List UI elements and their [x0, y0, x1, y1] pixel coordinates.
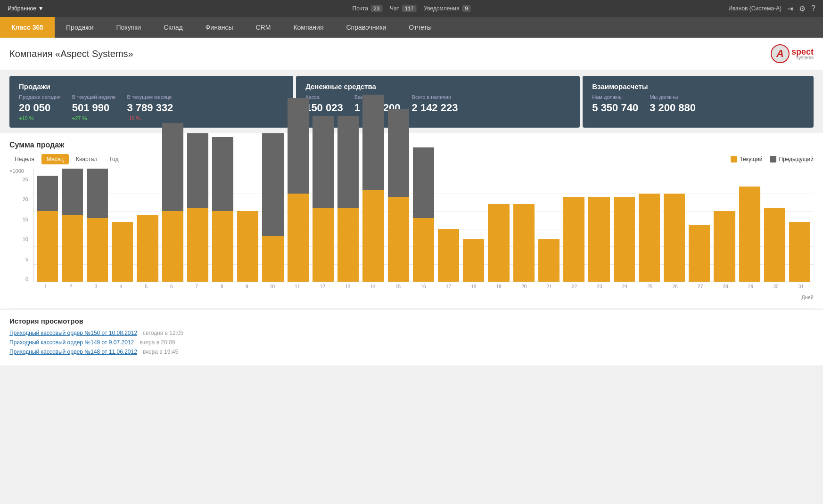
- favorites-menu[interactable]: Избранное ▼: [8, 5, 44, 12]
- login-icon[interactable]: ⇥: [787, 4, 793, 13]
- we-owe: Мы должны 3 200 880: [650, 94, 696, 114]
- notifications-label: Уведомления: [424, 5, 459, 12]
- chart-tab-месяц[interactable]: Месяц: [41, 154, 69, 164]
- bar-group: [136, 174, 159, 282]
- x-label: 31: [789, 284, 814, 289]
- chart-tab-квартал[interactable]: Квартал: [71, 154, 102, 164]
- nav-item-продажи[interactable]: Продажи: [55, 17, 105, 38]
- top-center-items: Почта 23 Чат 117 Уведомления 9: [353, 5, 471, 12]
- chat-item[interactable]: Чат 117: [390, 5, 416, 12]
- kassa-label: Касса: [305, 94, 343, 100]
- history-link[interactable]: Приходный кассовый ордер №149 от 9.07.20…: [9, 339, 134, 346]
- bar-prev: [413, 147, 434, 218]
- bar-group: [437, 174, 461, 282]
- owed-to-us-value: 5 350 740: [592, 102, 638, 114]
- bar-current: [513, 204, 535, 282]
- sales-month-change: -15 %: [127, 115, 173, 121]
- bar-current: [237, 211, 258, 282]
- sales-week-label: В текущей неделе: [72, 94, 116, 100]
- sales-today-change: +10 %: [19, 115, 61, 121]
- x-label: 18: [461, 284, 486, 289]
- x-label: 3: [83, 284, 108, 289]
- bar-current: [563, 197, 584, 282]
- history-time: сегодня в 12:05: [143, 330, 183, 336]
- bar-group: [261, 174, 285, 282]
- bar-prev: [362, 95, 384, 190]
- total-label: Всего в наличии: [412, 94, 458, 100]
- bar-current: [764, 208, 785, 282]
- bar-current: [362, 190, 384, 282]
- owed-to-us-label: Нам должны: [592, 94, 638, 100]
- history-title: История просмотров: [9, 317, 814, 325]
- sales-month: В текущем месяце 3 789 332 -15 %: [127, 94, 173, 121]
- bar-current: [789, 222, 810, 282]
- sales-week-value: 501 990: [72, 102, 116, 114]
- nav-item-справочники[interactable]: Справочники: [335, 17, 397, 38]
- we-owe-label: Мы должны: [650, 94, 696, 100]
- nav-item-класс-365[interactable]: Класс 365: [0, 17, 55, 38]
- history-item: Приходный кассовый ордер №150 от 10.08.2…: [9, 330, 814, 336]
- nav-item-финансы[interactable]: Финансы: [194, 17, 245, 38]
- x-label: 27: [688, 284, 713, 289]
- bar-current: [689, 225, 710, 282]
- nav-item-компания[interactable]: Компания: [282, 17, 335, 38]
- sales-month-label: В текущем месяце: [127, 94, 173, 100]
- bar-group: [311, 174, 335, 282]
- legend-prev: Предыдущий: [770, 156, 814, 163]
- bar-prev: [187, 133, 208, 208]
- bar-group: [35, 174, 59, 282]
- y-label: 0: [9, 276, 28, 282]
- history-link[interactable]: Приходный кассовый ордер №148 от 11.06.2…: [9, 349, 137, 355]
- bar-group: [387, 174, 410, 282]
- bar-prev: [162, 123, 183, 211]
- history-time: вчера в 19:45: [143, 349, 178, 355]
- bar-current: [438, 229, 459, 282]
- x-label: 7: [184, 284, 209, 289]
- x-label: 10: [260, 284, 285, 289]
- x-label: 26: [663, 284, 688, 289]
- bar-current: [588, 197, 609, 282]
- x-label: 30: [763, 284, 788, 289]
- x-label: 19: [486, 284, 511, 289]
- owed-to-us: Нам должны 5 350 740: [592, 94, 638, 114]
- sales-week: В текущей неделе 501 990 +27 %: [72, 94, 116, 121]
- bar-group: [211, 174, 235, 282]
- bar-group: [763, 174, 786, 282]
- bar-current: [538, 239, 560, 282]
- logo-sub: systems: [791, 55, 814, 60]
- sales-cols: Продажи сегодня 20 050 +10 % В текущей н…: [19, 94, 284, 121]
- sales-today: Продажи сегодня 20 050 +10 %: [19, 94, 61, 121]
- x-label: 21: [536, 284, 561, 289]
- bar-prev: [388, 109, 409, 197]
- help-icon[interactable]: ?: [811, 4, 815, 13]
- settings-icon[interactable]: ⚙: [799, 4, 806, 13]
- nav-item-склад[interactable]: Склад: [152, 17, 194, 38]
- stats-row: Продажи Продажи сегодня 20 050 +10 % В т…: [0, 70, 823, 133]
- bar-group: [637, 174, 661, 282]
- bar-current: [87, 218, 108, 282]
- mail-item[interactable]: Почта 23: [353, 5, 383, 12]
- chart-tab-неделя[interactable]: Неделя: [9, 154, 40, 164]
- bar-current: [187, 208, 208, 282]
- bar-current: [388, 197, 409, 282]
- bar-current: [62, 215, 83, 282]
- nav-bar: Класс 365ПродажиПокупкиСкладФинансыCRMКо…: [0, 17, 823, 38]
- bar-group: [412, 174, 435, 282]
- history-item: Приходный кассовый ордер №148 от 11.06.2…: [9, 349, 814, 355]
- chart-tab-год[interactable]: Год: [104, 154, 123, 164]
- notifications-item[interactable]: Уведомления 9: [424, 5, 470, 12]
- nav-item-crm[interactable]: CRM: [245, 17, 282, 38]
- bar-prev: [262, 133, 283, 236]
- history-link[interactable]: Приходный кассовый ордер №150 от 10.08.2…: [9, 330, 137, 336]
- bar-current: [288, 194, 309, 282]
- bar-group: [487, 174, 510, 282]
- nav-item-отчеты[interactable]: Отчеты: [397, 17, 443, 38]
- sales-week-change: +27 %: [72, 115, 116, 121]
- chat-badge: 117: [402, 5, 416, 12]
- legend-current: Текущий: [731, 156, 762, 163]
- nav-item-покупки[interactable]: Покупки: [105, 17, 153, 38]
- bar-group: [186, 174, 209, 282]
- page-title: Компания «Aspect Systems»: [9, 49, 133, 59]
- bar-current: [639, 194, 660, 282]
- bar-group: [688, 174, 711, 282]
